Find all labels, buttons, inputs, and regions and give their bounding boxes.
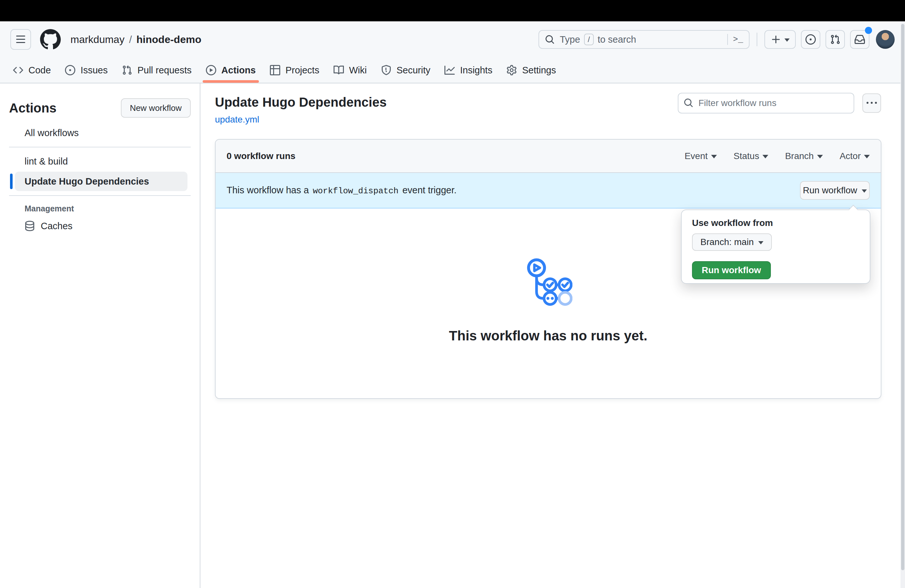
cache-database-icon [25, 221, 35, 231]
run-workflow-popover: Use workflow from Branch: main Run workf… [681, 210, 870, 284]
filter-label: Actor [840, 151, 861, 161]
banner-text-after: event trigger. [402, 185, 457, 195]
runs-count: 0 workflow runs [227, 151, 295, 161]
run-workflow-submit-button[interactable]: Run workflow [692, 261, 771, 279]
workflow-options-kebab-button[interactable] [862, 94, 881, 113]
plus-icon [771, 34, 781, 44]
create-new-button[interactable] [764, 30, 796, 49]
sidebar-item-all-workflows[interactable]: All workflows [15, 123, 187, 143]
scrollbar-track[interactable] [900, 21, 905, 588]
search-right: >_ [727, 34, 743, 45]
tab-issues[interactable]: Issues [59, 57, 113, 83]
gear-icon [506, 65, 517, 75]
workflow-list: All workflows lint & build Update Hugo D… [9, 123, 191, 236]
filter-label: Event [684, 151, 708, 161]
tab-wiki[interactable]: Wiki [328, 57, 373, 83]
tab-security[interactable]: Security [375, 57, 437, 83]
filter-status-dropdown[interactable]: Status [734, 151, 768, 161]
triangle-down-icon [711, 155, 717, 158]
triangle-down-icon [864, 155, 870, 158]
hamburger-icon [16, 34, 26, 44]
kebab-icon [867, 98, 877, 108]
tab-label: Projects [286, 65, 319, 76]
scrollbar-thumb[interactable] [901, 24, 904, 570]
play-icon [206, 65, 216, 75]
book-icon [333, 65, 344, 75]
tab-projects[interactable]: Projects [264, 57, 325, 83]
run-workflow-label: Run workflow [803, 185, 857, 195]
run-workflow-dropdown-button[interactable]: Run workflow [800, 181, 870, 200]
runs-panel-header: 0 workflow runs Event Status Branch [216, 140, 881, 173]
triangle-down-icon [762, 155, 768, 158]
filter-event-dropdown[interactable]: Event [684, 151, 717, 161]
shield-icon [381, 65, 391, 75]
branch-selector-label: Branch: main [700, 237, 754, 247]
unread-notification-dot [865, 27, 872, 34]
command-palette-icon[interactable]: >_ [733, 35, 743, 44]
page-title: Update Hugo Dependencies [215, 95, 387, 110]
banner-code: workflow_dispatch [313, 186, 399, 196]
banner-text-before: This workflow has a [227, 185, 309, 195]
slash-key-hint: / [584, 33, 594, 45]
banner-text: This workflow has a workflow_dispatch ev… [227, 185, 457, 196]
actions-sidebar: Actions New workflow All workflows lint … [0, 83, 200, 588]
workflow-graph-illustration [524, 257, 572, 306]
popover-heading: Use workflow from [692, 218, 859, 228]
breadcrumb: markdumay / hinode-demo [70, 33, 202, 46]
tab-label: Code [29, 65, 51, 76]
tab-insights[interactable]: Insights [438, 57, 498, 83]
sidebar-item-label: Caches [41, 221, 72, 232]
new-workflow-button[interactable]: New workflow [121, 98, 191, 118]
header-divider [757, 33, 757, 46]
global-search-input[interactable]: Type / to search >_ [538, 30, 749, 49]
github-logo-icon[interactable] [40, 29, 61, 50]
tab-settings[interactable]: Settings [501, 57, 562, 83]
issues-dashboard-button[interactable] [801, 30, 820, 49]
layout: Actions New workflow All workflows lint … [0, 83, 905, 588]
tab-code[interactable]: Code [7, 57, 57, 83]
search-placeholder-prefix: Type [560, 34, 580, 45]
sidebar-item-caches[interactable]: Caches [15, 216, 187, 236]
tab-pull-requests[interactable]: Pull requests [116, 57, 197, 83]
sidebar-item-label: All workflows [25, 128, 79, 138]
search-icon [545, 35, 555, 44]
tab-actions[interactable]: Actions [200, 57, 262, 83]
issue-opened-icon [65, 65, 75, 75]
empty-state-title: This workflow has no runs yet. [216, 328, 881, 343]
inbox-icon [854, 34, 865, 44]
breadcrumb-owner-link[interactable]: markdumay [70, 33, 124, 46]
pull-requests-dashboard-button[interactable] [826, 30, 845, 49]
repo-nav: Code Issues Pull requests Actions Projec… [0, 57, 905, 83]
code-icon [13, 65, 23, 75]
filter-branch-dropdown[interactable]: Branch [785, 151, 823, 161]
git-pull-request-icon [122, 65, 132, 75]
search-icon [684, 98, 693, 108]
header-row: markdumay / hinode-demo Type / to search… [0, 21, 905, 57]
management-section-label: Management [15, 201, 187, 216]
hamburger-menu-button[interactable] [10, 29, 31, 50]
filter-actor-dropdown[interactable]: Actor [840, 151, 870, 161]
github-actions-page: markdumay / hinode-demo Type / to search… [0, 0, 905, 588]
tab-label: Security [397, 65, 430, 76]
sidebar-item-update-hugo-dependencies[interactable]: Update Hugo Dependencies [15, 172, 187, 191]
sidebar-item-lint-build[interactable]: lint & build [15, 152, 187, 171]
run-workflow-submit-label: Run workflow [702, 265, 761, 275]
filter-wrap [678, 93, 854, 113]
notifications-wrap [850, 30, 869, 49]
search-divider [727, 34, 728, 45]
sidebar-item-label: lint & build [25, 156, 68, 167]
table-icon [270, 65, 280, 75]
workflow-dispatch-banner: This workflow has a workflow_dispatch ev… [216, 173, 881, 208]
sidebar-title: Actions [9, 101, 57, 115]
issue-opened-icon [805, 34, 816, 44]
sidebar-divider [9, 147, 191, 148]
sidebar-item-label: Update Hugo Dependencies [25, 176, 149, 187]
filter-workflow-runs-input[interactable] [678, 93, 854, 113]
breadcrumb-repo-link[interactable]: hinode-demo [137, 33, 202, 46]
triangle-down-icon [758, 241, 764, 245]
run-filters: Event Status Branch Actor [684, 151, 870, 161]
search-placeholder-suffix: to search [598, 34, 636, 45]
branch-selector-button[interactable]: Branch: main [692, 234, 772, 251]
workflow-file-link[interactable]: update.yml [215, 114, 259, 125]
avatar[interactable] [876, 30, 895, 49]
